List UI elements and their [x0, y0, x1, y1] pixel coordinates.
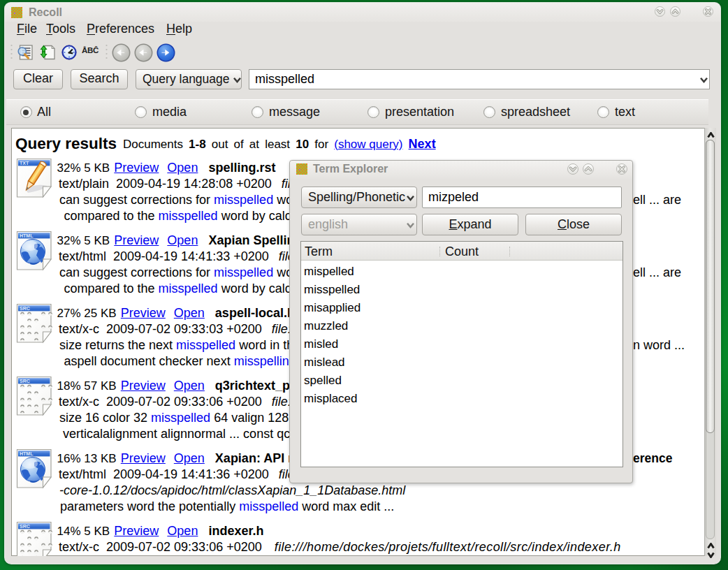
svg-text:SRC: SRC [20, 306, 30, 311]
svg-text:HTML: HTML [20, 451, 34, 456]
svg-text:SRC: SRC [20, 379, 30, 383]
svg-text:HTML: HTML [20, 233, 34, 238]
svg-text:TXT: TXT [20, 161, 29, 166]
svg-text:SRC: SRC [20, 524, 30, 529]
